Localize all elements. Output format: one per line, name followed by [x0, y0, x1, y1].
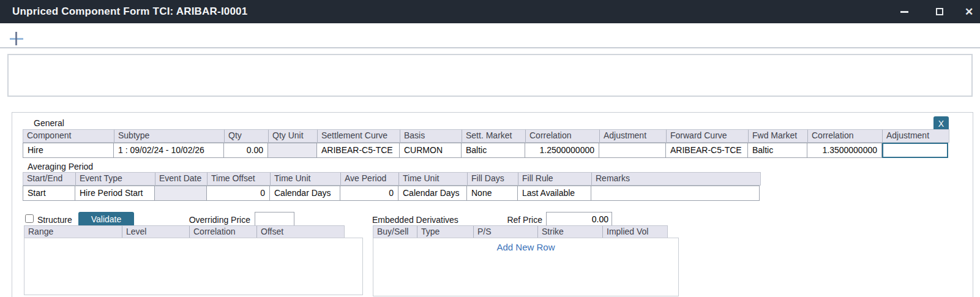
fill-days-cell[interactable]: None — [467, 186, 518, 201]
add-new-row-link[interactable]: Add New Row — [373, 242, 678, 252]
column-header-fwd-adjustment: Adjustment — [883, 130, 949, 142]
general-table: Component Subtype Qty Qty Unit Settlemen… — [23, 129, 949, 158]
close-window-button[interactable]: ✕ — [959, 0, 979, 23]
subtype-cell[interactable]: 1 : 09/02/24 - 10/02/26 — [114, 143, 224, 158]
column-header-correlation: Correlation — [526, 130, 600, 142]
structure-checkbox[interactable] — [25, 214, 34, 223]
unpriced-component-window: Unpriced Component Form TCI: ARIBAR-I000… — [0, 0, 980, 297]
column-header-event-type: Event Type — [76, 173, 155, 185]
remarks-cell[interactable] — [591, 186, 760, 201]
time-unit-cell[interactable]: Calendar Days — [270, 186, 340, 201]
column-header-fill-days: Fill Days — [468, 173, 518, 185]
column-header-fwd-market: Fwd Market — [749, 130, 808, 142]
column-header-settlement-curve: Settlement Curve — [318, 130, 400, 142]
column-header-forward-curve: Forward Curve — [667, 130, 749, 142]
overriding-price-label: Overriding Price — [159, 215, 250, 225]
event-type-cell[interactable]: Hire Period Start — [75, 186, 155, 201]
column-header-start-end: Start/End — [23, 173, 76, 185]
column-header-level: Level — [122, 226, 190, 238]
column-header-subtype: Subtype — [114, 130, 225, 142]
column-header-implied-vol: Implied Vol — [603, 226, 667, 238]
forward-curve-cell[interactable]: ARIBEAR-C5-TCE — [666, 143, 748, 158]
column-header-time-unit: Time Unit — [271, 173, 341, 185]
event-date-cell — [155, 186, 207, 201]
column-header-ps: P/S — [474, 226, 538, 238]
fwd-market-cell[interactable]: Baltic — [748, 143, 807, 158]
general-data-row: Hire 1 : 09/02/24 - 10/02/26 0.00 ARIBEA… — [23, 143, 949, 158]
ave-time-unit-cell[interactable]: Calendar Days — [398, 186, 467, 201]
column-header-qty-unit: Qty Unit — [269, 130, 318, 142]
component-form-panel: General X Component Subtype Qty Qty Unit… — [12, 112, 973, 297]
column-header-ave-time-unit: Time Unit — [399, 173, 468, 185]
averaging-table: Start/End Event Type Event Date Time Off… — [23, 172, 761, 201]
range-header-row: Range Level Correlation Offset — [24, 225, 345, 239]
tabstrip-divider — [0, 47, 980, 48]
embedded-derivatives-table: Buy/Sell Type P/S Strike Implied Vol — [373, 225, 668, 239]
add-tab-button[interactable] — [9, 31, 24, 47]
blank-summary-box — [7, 54, 973, 97]
fwd-adjustment-cell-focused[interactable] — [882, 143, 948, 158]
averaging-section-label: Averaging Period — [28, 162, 93, 171]
validate-button[interactable]: Validate — [78, 212, 134, 227]
start-end-cell[interactable]: Start — [23, 186, 75, 201]
ref-price-label: Ref Price — [481, 215, 542, 225]
column-header-event-date: Event Date — [155, 173, 208, 185]
structure-label: Structure — [37, 215, 72, 225]
minimize-button[interactable] — [894, 0, 915, 23]
basis-cell[interactable]: CURMON — [400, 143, 462, 158]
column-header-time-offset: Time Offset — [208, 173, 271, 185]
range-table-body — [24, 238, 363, 295]
averaging-header-row: Start/End Event Type Event Date Time Off… — [23, 172, 761, 186]
column-header-remarks: Remarks — [592, 173, 760, 185]
column-header-sett-market: Sett. Market — [462, 130, 526, 142]
qty-unit-cell — [268, 143, 317, 158]
averaging-data-row: Start Hire Period Start 0 Calendar Days … — [23, 186, 761, 201]
ave-period-cell[interactable]: 0 — [340, 186, 398, 201]
range-table: Range Level Correlation Offset — [24, 225, 345, 239]
column-header-fill-rule: Fill Rule — [518, 173, 592, 185]
embedded-derivatives-label: Embedded Derivatives — [372, 215, 458, 225]
column-header-range-correlation: Correlation — [190, 226, 257, 238]
ref-price-input[interactable] — [546, 212, 612, 226]
column-header-ave-period: Ave Period — [341, 173, 399, 185]
maximize-button[interactable] — [929, 0, 950, 23]
minimize-icon — [900, 11, 908, 13]
column-header-basis: Basis — [400, 130, 462, 142]
general-section-label: General — [34, 118, 64, 128]
qty-cell[interactable]: 0.00 — [224, 143, 268, 158]
adjustment-cell[interactable] — [599, 143, 666, 158]
window-title: Unpriced Component Form TCI: ARIBAR-I000… — [12, 0, 247, 23]
column-header-range: Range — [24, 226, 122, 238]
column-header-fwd-correlation: Correlation — [808, 130, 883, 142]
column-header-qty: Qty — [225, 130, 269, 142]
overriding-price-input[interactable] — [255, 212, 294, 226]
fwd-correlation-cell[interactable]: 1.3500000000 — [807, 143, 882, 158]
general-header-row: Component Subtype Qty Qty Unit Settlemen… — [23, 129, 949, 143]
column-header-buy-sell: Buy/Sell — [373, 226, 417, 238]
column-header-component: Component — [23, 130, 114, 142]
component-cell[interactable]: Hire — [23, 143, 114, 158]
close-icon: ✕ — [965, 7, 973, 17]
sett-market-cell[interactable]: Baltic — [462, 143, 525, 158]
maximize-icon — [936, 8, 943, 15]
column-header-offset: Offset — [257, 226, 344, 238]
settlement-curve-cell[interactable]: ARIBEAR-C5-TCE — [317, 143, 400, 158]
titlebar: Unpriced Component Form TCI: ARIBAR-I000… — [0, 0, 980, 23]
column-header-type: Type — [417, 226, 474, 238]
time-offset-cell[interactable]: 0 — [207, 186, 270, 201]
correlation-cell[interactable]: 1.2500000000 — [525, 143, 599, 158]
embedded-header-row: Buy/Sell Type P/S Strike Implied Vol — [373, 225, 668, 239]
column-header-strike: Strike — [538, 226, 603, 238]
embedded-table-body: Add New Row — [373, 238, 679, 296]
fill-rule-cell[interactable]: Last Available — [518, 186, 591, 201]
column-header-adjustment: Adjustment — [600, 130, 667, 142]
